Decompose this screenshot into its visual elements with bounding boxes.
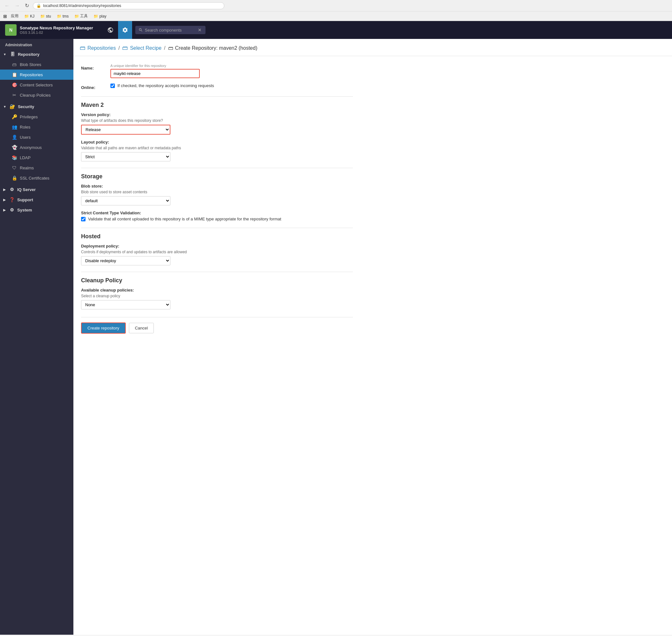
- sidebar-item-roles[interactable]: 👥 Roles: [0, 122, 73, 132]
- sidebar-item-label: Blob Stores: [20, 62, 41, 67]
- hosted-section-title: Hosted: [81, 228, 353, 240]
- strict-content-checkbox[interactable]: [81, 217, 85, 221]
- realms-icon: 🛡: [12, 165, 17, 170]
- breadcrumb-select-recipe[interactable]: 🗃 Select Recipe: [122, 45, 161, 51]
- name-hint: A unique identifier for this repository: [110, 64, 353, 67]
- sidebar-item-label: Support: [17, 197, 33, 202]
- sidebar-item-ssl-certificates[interactable]: 🔒 SSL Certificates: [0, 173, 73, 183]
- search-icon: [138, 28, 143, 32]
- bookmark-label: 工具: [80, 14, 88, 19]
- sidebar-item-ldap[interactable]: 📚 LDAP: [0, 153, 73, 163]
- repositories-bc-icon: 🗃: [80, 45, 85, 51]
- deployment-policy-select[interactable]: Disable redeploy Allow redeploy Read-onl…: [81, 256, 170, 265]
- arrow-icon: ▼: [3, 53, 6, 56]
- reload-button[interactable]: ↻: [24, 2, 30, 9]
- address-bar[interactable]: 🔒 localhost:8081/#/admin/repository/repo…: [33, 2, 224, 9]
- bookmark-stu[interactable]: 📁 stu: [38, 14, 53, 19]
- online-checkbox[interactable]: [110, 83, 115, 88]
- browser-toolbar: ← → ↻ 🔒 localhost:8081/#/admin/repositor…: [0, 0, 672, 11]
- brand-title: Sonatype Nexus Repository Manager: [20, 25, 93, 31]
- sidebar-item-security[interactable]: ▼ 🔐 Security: [0, 101, 73, 112]
- bookmark-label: tms: [62, 14, 69, 19]
- sidebar-item-label: Users: [20, 135, 31, 140]
- name-field: A unique identifier for this repository: [110, 64, 353, 78]
- bookmark-apps[interactable]: 应用: [9, 13, 20, 19]
- sidebar-item-system[interactable]: ▶ ⚙ System: [0, 205, 73, 215]
- layout-policy-label: Layout policy:: [81, 140, 353, 144]
- form-actions: Create repository Cancel: [81, 317, 353, 334]
- breadcrumb-sep-2: /: [164, 45, 165, 51]
- storage-section-title: Storage: [81, 168, 353, 180]
- online-checkbox-row: If checked, the repository accepts incom…: [110, 83, 214, 88]
- arrow-icon: ▶: [3, 208, 6, 212]
- sidebar-item-label: Realms: [20, 165, 34, 170]
- blob-store-select[interactable]: default: [81, 196, 170, 205]
- sidebar-item-blob-stores[interactable]: 🗃 Blob Stores: [0, 59, 73, 69]
- version-policy-select[interactable]: Release Snapshot Mixed: [81, 125, 170, 135]
- back-button[interactable]: ←: [3, 2, 11, 9]
- strict-content-checkbox-row: Validate that all content uploaded to th…: [81, 217, 353, 221]
- roles-icon: 👥: [12, 124, 17, 130]
- breadcrumb-current: 🗃 Create Repository: maven2 (hosted): [168, 45, 257, 51]
- sidebar-item-support[interactable]: ▶ ❓ Support: [0, 195, 73, 205]
- bookmark-kj[interactable]: 📁 KJ: [22, 14, 36, 19]
- online-label: Online:: [81, 83, 107, 90]
- search-clear-icon[interactable]: ✕: [198, 27, 201, 33]
- cleanup-policy-select[interactable]: None: [81, 300, 170, 310]
- bookmark-tms[interactable]: 📁 tms: [55, 14, 71, 19]
- sidebar-item-label: Repository: [18, 52, 40, 57]
- sidebar-item-iq-server[interactable]: ▶ ⚙ IQ Server: [0, 184, 73, 195]
- blob-store-label: Blob store:: [81, 184, 353, 188]
- deployment-policy-label: Deployment policy:: [81, 244, 353, 249]
- content-selectors-icon: 🎯: [12, 82, 17, 87]
- browse-button[interactable]: [103, 21, 117, 39]
- blob-stores-icon: 🗃: [12, 62, 17, 67]
- sidebar-item-privileges[interactable]: 🔑 Privileges: [0, 112, 73, 122]
- create-repository-button[interactable]: Create repository: [81, 322, 126, 334]
- admin-section-label: Administration: [0, 39, 73, 49]
- cancel-button[interactable]: Cancel: [129, 323, 154, 333]
- name-input[interactable]: [110, 69, 200, 78]
- sidebar-item-label: LDAP: [20, 155, 31, 160]
- sidebar-item-label: Roles: [20, 125, 30, 130]
- form-content: Name: A unique identifier for this repos…: [73, 56, 361, 341]
- sidebar-item-users[interactable]: 👤 Users: [0, 132, 73, 142]
- breadcrumb-repositories[interactable]: 🗃 Repositories: [80, 45, 116, 51]
- blob-store-section: Blob store: Blob store used to store ass…: [81, 184, 353, 205]
- brand-text: Sonatype Nexus Repository Manager OSS 3.…: [20, 25, 93, 35]
- sidebar-item-repository[interactable]: ▼ 🗄 Repository: [0, 49, 73, 59]
- bookmark-play[interactable]: 📁 play: [92, 14, 108, 19]
- layout-policy-select[interactable]: Strict Permissive: [81, 152, 170, 161]
- sidebar-item-label: IQ Server: [17, 187, 36, 192]
- search-bar-top[interactable]: ✕: [135, 26, 206, 34]
- bookmark-label: KJ: [30, 14, 35, 19]
- bookmark-tools[interactable]: 📁 工具: [73, 13, 90, 19]
- recipe-bc-icon: 🗃: [122, 45, 128, 51]
- repository-icon: 🗄: [9, 52, 15, 57]
- breadcrumb-label: Repositories: [88, 45, 116, 51]
- app-wrapper: N Sonatype Nexus Repository Manager OSS …: [0, 21, 672, 635]
- sidebar-item-content-selectors[interactable]: 🎯 Content Selectors: [0, 80, 73, 90]
- top-nav: N Sonatype Nexus Repository Manager OSS …: [0, 21, 672, 39]
- ldap-icon: 📚: [12, 155, 17, 160]
- sidebar-item-realms[interactable]: 🛡 Realms: [0, 163, 73, 173]
- cleanup-section-title: Cleanup Policy: [81, 272, 353, 284]
- forward-button[interactable]: →: [14, 2, 21, 9]
- sidebar-item-label: Cleanup Policies: [20, 93, 51, 98]
- blob-store-desc: Blob store used to store asset contents: [81, 190, 353, 194]
- sidebar-item-repositories[interactable]: 📋 Repositories: [0, 69, 73, 80]
- breadcrumb-current-label: Create Repository: maven2 (hosted): [175, 45, 257, 51]
- name-row: Name: A unique identifier for this repos…: [81, 64, 353, 78]
- sidebar-item-cleanup-policies[interactable]: ✂ Cleanup Policies: [0, 90, 73, 100]
- url-text: localhost:8081/#/admin/repository/reposi…: [43, 3, 121, 8]
- online-row: Online: If checked, the repository accep…: [81, 83, 353, 90]
- users-icon: 👤: [12, 135, 17, 140]
- support-icon: ❓: [9, 197, 15, 202]
- sidebar-item-label: Privileges: [20, 115, 38, 119]
- sidebar-item-anonymous[interactable]: 👻 Anonymous: [0, 142, 73, 153]
- lock-icon: 🔒: [36, 3, 41, 8]
- search-input[interactable]: [145, 28, 196, 33]
- cleanup-policies-icon: ✂: [12, 93, 17, 98]
- version-policy-desc: What type of artifacts does this reposit…: [81, 118, 353, 123]
- admin-button[interactable]: [118, 21, 132, 39]
